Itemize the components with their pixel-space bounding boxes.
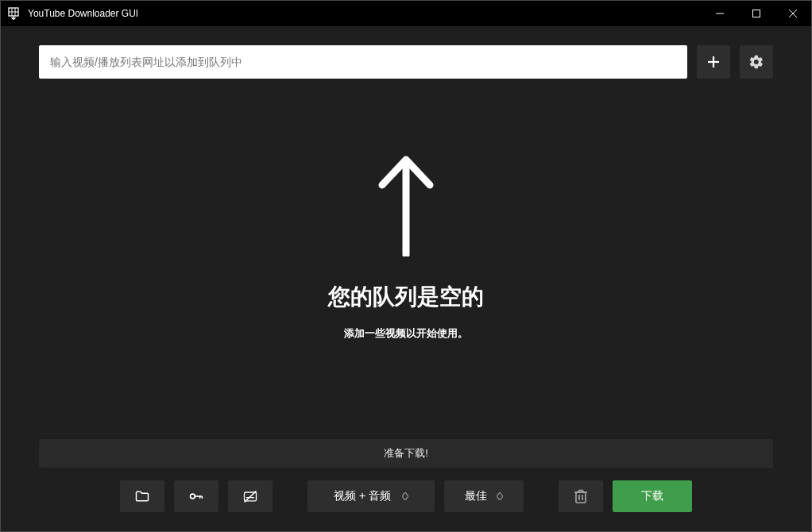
format-select[interactable]: 视频 + 音频: [307, 480, 435, 512]
close-button[interactable]: [775, 1, 811, 26]
window-title: YouTube Downloader GUI: [26, 8, 138, 19]
status-text: 准备下载!: [384, 446, 428, 461]
titlebar: YouTube Downloader GUI: [1, 1, 811, 26]
svg-rect-6: [753, 10, 760, 17]
subtitle-off-button[interactable]: [228, 480, 273, 512]
minimize-button[interactable]: [702, 1, 738, 26]
empty-title: 您的队列是空的: [328, 282, 484, 312]
empty-state: 您的队列是空的 添加一些视频以开始使用。: [1, 55, 811, 439]
svg-line-25: [583, 491, 584, 493]
key-icon: [188, 488, 205, 505]
status-bar: 准备下载!: [39, 439, 773, 468]
quality-select[interactable]: 最佳: [444, 480, 524, 512]
subtitle-off-icon: [242, 488, 258, 504]
chevron-updown-icon: [497, 492, 503, 500]
empty-subtitle: 添加一些视频以开始使用。: [344, 326, 468, 341]
quality-label: 最佳: [465, 489, 487, 503]
app-icon: [1, 7, 26, 20]
download-button[interactable]: 下载: [613, 480, 692, 512]
bottom-panel: 准备下载!: [1, 439, 811, 531]
maximize-button[interactable]: [738, 1, 775, 26]
svg-point-12: [190, 494, 195, 499]
delete-button[interactable]: [559, 480, 603, 512]
folder-icon: [134, 488, 150, 504]
key-button[interactable]: [174, 480, 218, 512]
chevron-updown-icon: [402, 492, 408, 500]
format-label: 视频 + 音频: [334, 489, 391, 503]
download-label: 下载: [641, 489, 663, 503]
trash-icon: [574, 488, 588, 504]
svg-line-24: [578, 491, 579, 493]
svg-rect-20: [576, 492, 586, 503]
app-window: YouTube Downloader GUI: [0, 0, 812, 532]
controls-row: 视频 + 音频 最佳: [39, 480, 773, 512]
folder-button[interactable]: [120, 480, 164, 512]
arrow-up-icon: [374, 153, 438, 260]
